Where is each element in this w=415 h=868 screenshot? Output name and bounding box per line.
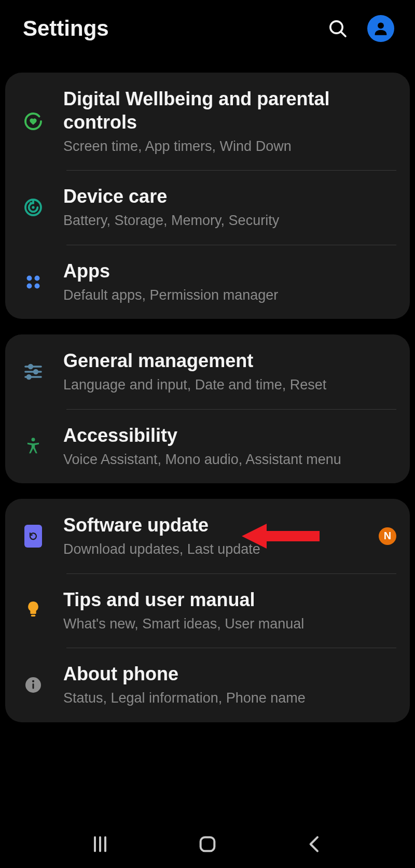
settings-item-subtitle: Voice Assistant, Mono audio, Assistant m…	[63, 450, 396, 469]
svg-point-15	[27, 375, 31, 379]
settings-item-title: Apps	[63, 259, 396, 283]
svg-point-16	[32, 438, 35, 442]
svg-point-21	[32, 680, 34, 682]
settings-item-title: Tips and user manual	[63, 588, 396, 611]
settings-item-subtitle: What's new, Smart ideas, User manual	[63, 614, 396, 633]
settings-item-about[interactable]: About phone Status, Legal information, P…	[5, 648, 410, 722]
settings-content: Digital Wellbeing and parental controls …	[0, 73, 415, 722]
svg-line-1	[341, 32, 345, 36]
svg-point-8	[27, 283, 32, 288]
settings-item-subtitle: Default apps, Permission manager	[63, 286, 396, 304]
settings-item-wellbeing[interactable]: Digital Wellbeing and parental controls …	[5, 73, 410, 170]
settings-item-subtitle: Battery, Storage, Memory, Security	[63, 211, 396, 230]
settings-group: General management Language and input, D…	[5, 334, 410, 483]
apps-icon	[19, 268, 48, 297]
recents-icon	[90, 834, 110, 855]
search-button[interactable]	[326, 17, 350, 40]
settings-group: Software update Download updates, Last u…	[5, 499, 410, 722]
svg-point-5	[32, 206, 34, 208]
navigation-bar	[0, 820, 415, 868]
settings-item-accessibility[interactable]: Accessibility Voice Assistant, Mono audi…	[5, 409, 410, 483]
info-icon	[19, 670, 48, 699]
settings-item-software-update[interactable]: Software update Download updates, Last u…	[5, 499, 410, 573]
settings-item-devicecare[interactable]: Device care Battery, Storage, Memory, Se…	[5, 170, 410, 244]
settings-item-general[interactable]: General management Language and input, D…	[5, 334, 410, 409]
page-title: Settings	[23, 16, 326, 41]
svg-rect-25	[201, 837, 215, 851]
home-icon	[197, 834, 218, 855]
sliders-icon	[19, 357, 48, 386]
lightbulb-icon	[19, 596, 48, 625]
settings-item-subtitle: Language and input, Date and time, Reset	[63, 375, 396, 394]
settings-item-title: Device care	[63, 185, 396, 208]
svg-point-6	[27, 275, 32, 281]
settings-item-tips[interactable]: Tips and user manual What's new, Smart i…	[5, 573, 410, 648]
settings-item-subtitle: Screen time, App timers, Wind Down	[63, 137, 396, 156]
recents-button[interactable]	[85, 829, 116, 860]
settings-item-title: About phone	[63, 662, 396, 685]
svg-point-11	[29, 365, 33, 369]
svg-rect-18	[31, 615, 36, 617]
settings-item-title: Digital Wellbeing and parental controls	[63, 87, 396, 134]
settings-item-title: Software update	[63, 513, 372, 537]
search-icon	[327, 18, 348, 39]
settings-group: Digital Wellbeing and parental controls …	[5, 73, 410, 319]
settings-item-apps[interactable]: Apps Default apps, Permission manager	[5, 245, 410, 319]
settings-item-title: General management	[63, 349, 396, 372]
settings-item-title: Accessibility	[63, 424, 396, 447]
settings-item-subtitle: Status, Legal information, Phone name	[63, 689, 396, 707]
svg-rect-20	[33, 683, 34, 689]
accessibility-icon	[19, 431, 48, 460]
home-button[interactable]	[192, 829, 223, 860]
svg-point-7	[35, 275, 40, 281]
svg-point-9	[35, 283, 40, 288]
svg-point-2	[378, 22, 384, 29]
notification-badge: N	[379, 527, 396, 545]
account-avatar[interactable]	[367, 15, 394, 42]
settings-item-subtitle: Download updates, Last update	[63, 540, 372, 558]
back-button[interactable]	[299, 829, 330, 860]
svg-point-13	[34, 370, 38, 374]
person-icon	[372, 20, 390, 37]
settings-header: Settings	[0, 0, 415, 57]
back-icon	[305, 834, 325, 855]
devicecare-icon	[19, 193, 48, 222]
wellbeing-icon	[19, 107, 48, 136]
header-actions	[326, 15, 394, 42]
software-update-icon	[19, 522, 48, 551]
